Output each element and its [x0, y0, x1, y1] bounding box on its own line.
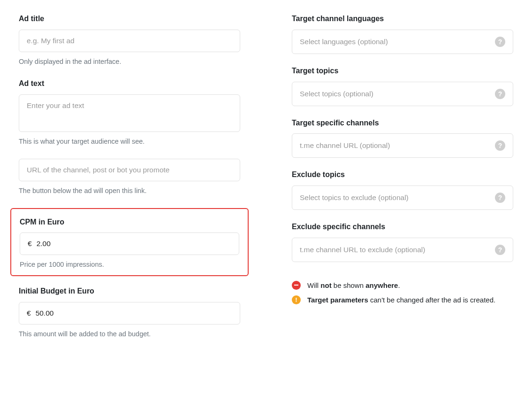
target-channels-group: Target specific channels t.me channel UR… [292, 118, 513, 158]
exclude-topics-group: Exclude topics Select topics to exclude … [292, 170, 513, 210]
note-not-shown: Will not be shown anywhere. [292, 281, 513, 290]
ad-text-placeholder: Enter your ad text [27, 101, 232, 110]
budget-value: 50.00 [36, 309, 54, 317]
ad-title-input[interactable]: e.g. My first ad [19, 30, 240, 52]
minus-circle-icon [292, 281, 301, 290]
note-text: Target parameters can't be changed after… [307, 296, 495, 304]
budget-label: Initial Budget in Euro [19, 286, 240, 296]
url-group: URL of the channel, post or bot you prom… [19, 159, 240, 196]
url-input[interactable]: URL of the channel, post or bot you prom… [19, 159, 240, 181]
target-languages-placeholder: Select languages (optional) [300, 38, 495, 46]
exclude-channels-group: Exclude specific channels t.me channel U… [292, 222, 513, 262]
ad-title-group: Ad title e.g. My first ad Only displayed… [19, 14, 240, 67]
exclude-topics-placeholder: Select topics to exclude (optional) [300, 193, 495, 202]
left-column: Ad title e.g. My first ad Only displayed… [19, 14, 240, 351]
url-help: The button below the ad will open this l… [19, 186, 240, 196]
target-topics-placeholder: Select topics (optional) [300, 90, 495, 98]
target-channels-label: Target specific channels [292, 118, 513, 128]
ad-title-placeholder: e.g. My first ad [27, 37, 232, 45]
cpm-label: CPM in Euro [20, 217, 239, 227]
help-icon[interactable]: ? [495, 37, 505, 47]
help-icon[interactable]: ? [495, 193, 505, 203]
target-languages-input[interactable]: Select languages (optional) ? [292, 30, 513, 54]
target-channels-input[interactable]: t.me channel URL (optional) ? [292, 133, 513, 158]
exclude-channels-placeholder: t.me channel URL to exclude (optional) [300, 246, 495, 254]
budget-input[interactable]: € 50.00 [19, 302, 240, 325]
help-icon[interactable]: ? [495, 89, 505, 99]
cpm-help: Price per 1000 impressions. [20, 260, 239, 270]
target-topics-group: Target topics Select topics (optional) ? [292, 66, 513, 106]
ad-text-help: This is what your target audience will s… [19, 137, 240, 147]
help-icon[interactable]: ? [495, 245, 505, 255]
cpm-input[interactable]: € 2.00 [20, 232, 239, 255]
ad-text-group: Ad text Enter your ad text This is what … [19, 79, 240, 147]
target-channels-placeholder: t.me channel URL (optional) [300, 141, 495, 150]
exclude-topics-label: Exclude topics [292, 170, 513, 180]
target-topics-label: Target topics [292, 66, 513, 76]
target-languages-label: Target channel languages [292, 14, 513, 24]
budget-help: This amount will be added to the ad budg… [19, 329, 240, 339]
euro-symbol: € [28, 240, 32, 248]
target-languages-group: Target channel languages Select language… [292, 14, 513, 54]
note-params-locked: Target parameters can't be changed after… [292, 295, 513, 304]
euro-symbol: € [27, 309, 31, 317]
notes-block: Will not be shown anywhere. Target param… [292, 281, 513, 304]
ad-text-input[interactable]: Enter your ad text [19, 94, 240, 132]
exclude-channels-label: Exclude specific channels [292, 222, 513, 232]
ad-title-help: Only displayed in the ad interface. [19, 57, 240, 67]
cpm-group: CPM in Euro € 2.00 Price per 1000 impres… [10, 208, 249, 277]
help-icon[interactable]: ? [495, 140, 505, 151]
ad-title-label: Ad title [19, 14, 240, 24]
target-topics-input[interactable]: Select topics (optional) ? [292, 82, 513, 106]
ad-text-label: Ad text [19, 79, 240, 89]
exclude-topics-input[interactable]: Select topics to exclude (optional) ? [292, 186, 513, 210]
cpm-value: 2.00 [37, 240, 51, 248]
exclude-channels-input[interactable]: t.me channel URL to exclude (optional) ? [292, 238, 513, 262]
right-column: Target channel languages Select language… [292, 14, 513, 351]
note-text: Will not be shown anywhere. [307, 281, 400, 289]
budget-group: Initial Budget in Euro € 50.00 This amou… [19, 286, 240, 339]
url-placeholder: URL of the channel, post or bot you prom… [27, 166, 232, 174]
warning-circle-icon [292, 295, 301, 304]
